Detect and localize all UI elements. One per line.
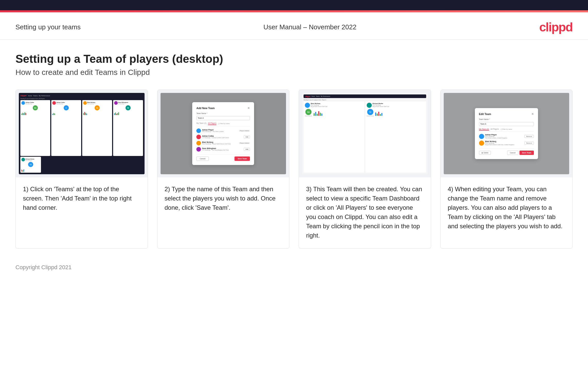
mini-bars [52,111,80,115]
ss1-nav: clippd Home Teams My Performance [20,94,143,97]
player-added-badge: Player Added [239,142,250,144]
edit-player-row-1: Adrian Player Plus Handicap The Shire Lo… [479,134,534,139]
add-player-btn[interactable]: Add [244,135,250,138]
team-name-input[interactable] [196,116,250,120]
my-team-tab[interactable]: My Team (2) [196,122,206,125]
player-card-3: Blair McHarg Plus Handicap 94 [82,100,112,156]
edit-team-modal: Edit Team ✕ Team Name * My Team (2) All … [475,108,538,159]
avatar [21,101,25,105]
edit-modal-header: Edit Team ✕ [479,112,534,116]
edit-all-players-tab[interactable]: All Players [491,128,499,130]
top-bar [0,0,588,10]
player-added-badge: Player Added [239,130,250,132]
copyright-text: Copyright Clippd 2021 [15,264,72,270]
edit-modal-close-icon[interactable]: ✕ [531,112,534,116]
player-list: Adrian Player Plus Handicap · The Shire … [196,128,250,152]
ss3-player-card-1: Blair McHarg Plus Handicap Royal North D… [304,101,364,173]
ss1-breadcrumb: Viewing 8 out of 8 players from: All Pla… [20,98,143,99]
ss3-nav-tabs: Home Teams My Performance [312,95,330,97]
modal-footer: Cancel Save Team [196,154,250,161]
modal-close-icon[interactable]: ✕ [247,106,250,110]
all-players-tab[interactable]: All Players [208,122,216,125]
section-label: Setting up your teams [15,23,81,31]
ss3-bars [375,110,425,116]
edit-filter: ☐ Filter by name [501,128,512,130]
avatar [305,103,310,108]
edit-save-team-button[interactable]: Save Team [519,151,534,155]
card-1-text: 1) Click on 'Teams' at the top of the sc… [16,177,148,248]
modal-tabs: My Team (2) All Players ☐ Filter by name [196,122,250,126]
ss4-mockup: Edit Team ✕ Team Name * My Team (2) All … [444,93,569,174]
team-name-label: Team Name * [196,112,250,114]
logo: clippd [539,20,573,34]
avatar [367,103,372,108]
ss3-mockup: clippd Home Teams My Performance Viewing… [302,93,428,174]
ss1-nav-items: Home Teams My Performance [28,95,50,97]
player-avatar [196,128,201,133]
cancel-button[interactable]: Cancel [196,156,209,161]
score: 0 [64,105,69,110]
card-4: Edit Team ✕ Team Name * My Team (2) All … [440,90,573,249]
edit-team-name-input[interactable] [479,122,534,126]
edit-team-name-label: Team Name * [479,118,534,120]
document-label: User Manual – November 2022 [263,23,356,31]
page-title: Setting up a Team of players (desktop) [15,53,573,65]
avatar [21,158,25,161]
page-subtitle: How to create and edit Teams in Clippd [15,68,573,77]
card-2-text: 2) Type the name of this Team and then s… [157,177,289,248]
mini-bars [114,111,142,115]
edit-my-team-tab[interactable]: My Team (2) [479,128,489,130]
score: 78 [125,105,131,110]
add-player-btn[interactable]: Add [244,148,250,151]
edit-player-avatar [479,141,484,146]
edit-player-avatar [479,134,484,139]
header: Setting up your teams User Manual – Nove… [0,12,588,40]
player-card-5: Richard Butler Plus Handicap 72 [20,157,41,173]
player-avatar [196,141,201,145]
edit-modal-tabs: My Team (2) All Players ☐ Filter by name [479,128,534,132]
player-row-4: Dave Billingham 1.5 Handicap · The Ding … [196,147,250,152]
modal-header: Add New Team ✕ [196,106,250,110]
card-1: clippd Home Teams My Performance Viewing… [15,90,148,249]
card-1-screenshot: clippd Home Teams My Performance Viewing… [16,90,148,177]
avatar [114,101,118,105]
score: 84 [33,105,38,110]
trash-icon: 🗑 [481,152,483,154]
ss1-players-grid: Adrian Coliba Plus Handicap 84 [20,100,143,156]
score: 94 Strokes Gained [305,109,312,117]
mini-bars [21,168,40,172]
card-3: clippd Home Teams My Performance Viewing… [299,90,431,249]
save-team-button[interactable]: Save Team [234,156,250,161]
ss2-mockup: Add New Team ✕ Team Name * My Team (2) A… [161,93,286,174]
footer: Copyright Clippd 2021 [0,259,588,276]
edit-cancel-button[interactable]: Cancel [507,151,518,155]
add-team-modal: Add New Team ✕ Team Name * My Team (2) A… [192,102,254,165]
player-avatar [196,147,201,152]
ss3-player-card-2: Richard Butler Plus Handicap Royal North… [365,101,426,173]
player-card-1: Adrian Coliba Plus Handicap 84 [20,100,50,156]
ss1-bottom-row: Richard Butler Plus Handicap 72 [20,157,143,173]
cards-grid: clippd Home Teams My Performance Viewing… [15,90,573,249]
ss1-mockup: clippd Home Teams My Performance Viewing… [19,93,145,174]
card-3-text: 3) This Team will then be created. You c… [299,177,431,248]
player-row-3: Blair McHarg Plus Handicap · Royal North… [196,141,250,145]
avatar [52,101,56,105]
score: 72 [28,162,33,167]
score: 72 Strokes Gained [367,109,374,117]
card-3-screenshot: clippd Home Teams My Performance Viewing… [299,90,431,177]
filter-by-name: ☐ Filter by name [218,122,230,125]
player-row-1: Adrian Player Plus Handicap · The Shire … [196,128,250,133]
edit-modal-footer: 🗑 Delete Cancel Save Team [479,148,534,155]
ss1-logo: clippd [20,94,27,97]
edit-player-row-2: Blair McHarg Plus Handicap Royal North D… [479,141,534,146]
card-2-screenshot: Add New Team ✕ Team Name * My Team (2) A… [157,90,289,177]
remove-player-btn[interactable]: Remove [524,142,534,145]
ss3-bars [314,110,363,116]
card-4-text: 4) When editing your Team, you can chang… [441,177,573,248]
remove-player-btn[interactable]: Remove [524,135,534,138]
player-avatar [196,135,201,139]
card-4-screenshot: Edit Team ✕ Team Name * My Team (2) All … [441,90,573,177]
player-card-2: Adrian Coliba Plus Handicap 0 [51,100,81,156]
delete-button[interactable]: 🗑 Delete [479,151,491,155]
ss3-players: Blair McHarg Plus Handicap Royal North D… [304,101,426,173]
